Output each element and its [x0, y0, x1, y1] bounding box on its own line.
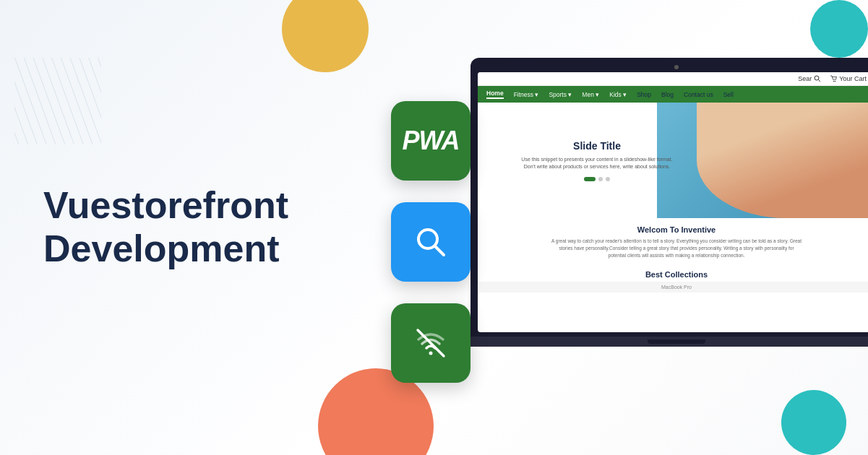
collections-title: Best Collections	[478, 266, 868, 282]
svg-point-6	[815, 76, 819, 80]
pwa-logo-text: PWA	[402, 126, 459, 156]
website-header: Sear Your Cart	[478, 72, 868, 86]
website-cart-text: Your Cart	[839, 75, 867, 82]
wifi-off-icon	[413, 325, 449, 361]
laptop-base-notch	[648, 339, 705, 344]
hero-text-area: Slide Title Use this snippet to presents…	[478, 129, 716, 193]
website-hero: Slide Title Use this snippet to presents…	[478, 103, 868, 218]
deco-lines	[14, 58, 101, 144]
laptop-camera-notch	[478, 65, 868, 69]
search-icon-badge	[391, 202, 470, 282]
nav-item-sell[interactable]: Sell	[723, 91, 734, 98]
welcome-title: Welcom To Inventive	[492, 225, 861, 234]
pwa-icon-badge: PWA	[391, 101, 470, 181]
laptop-mockup: Sear Your Cart	[470, 58, 868, 347]
laptop-base	[450, 337, 869, 347]
svg-point-8	[833, 81, 835, 82]
laptop-camera-dot	[674, 65, 679, 69]
svg-rect-1	[14, 58, 101, 144]
nav-item-men[interactable]: Men ▾	[582, 91, 599, 98]
website-welcome: Welcom To Inventive A great way to catch…	[478, 218, 868, 266]
hero-slide-description: Use this snippet to presents your conten…	[492, 156, 702, 171]
left-hero-section: Vuestorefront Development	[43, 184, 288, 271]
nav-item-fitness[interactable]: Fitness ▾	[514, 91, 539, 98]
svg-line-3	[435, 246, 444, 255]
nav-item-shop[interactable]: Shop	[637, 91, 651, 98]
macbook-label: MacBook Pro	[478, 282, 868, 292]
website-cart-icon	[830, 75, 837, 82]
welcome-description: A great way to catch your reader's atten…	[550, 238, 803, 259]
hero-dot-2	[598, 177, 603, 181]
hero-person-image	[697, 103, 869, 218]
hero-dots-indicator	[492, 177, 702, 181]
nav-item-contact[interactable]: Contact us	[684, 91, 713, 98]
hero-slide-title: Slide Title	[492, 140, 702, 152]
deco-yellow-circle	[282, 0, 369, 72]
nav-item-home[interactable]: Home	[486, 90, 504, 99]
website-search-area: Sear	[798, 75, 821, 82]
page-title: Vuestorefront Development	[43, 184, 288, 271]
website-search-icon	[814, 75, 821, 82]
hero-dot-3	[606, 177, 610, 181]
website-cart-area: Your Cart	[830, 75, 867, 82]
svg-point-4	[429, 352, 433, 355]
nav-item-blog[interactable]: Blog	[661, 91, 674, 98]
nav-item-kids[interactable]: Kids ▾	[609, 91, 627, 98]
svg-line-7	[819, 80, 821, 82]
hero-dot-1	[584, 177, 596, 181]
right-content-area: PWA Sear	[384, 36, 868, 412]
website-search-text: Sear	[798, 75, 812, 82]
wifi-off-icon-badge	[391, 303, 470, 383]
laptop-screen-content: Sear Your Cart	[478, 72, 868, 332]
nav-item-sports[interactable]: Sports ▾	[549, 91, 572, 98]
website-nav[interactable]: Home Fitness ▾ Sports ▾ Men ▾ Kids ▾ Sho…	[478, 86, 868, 103]
svg-point-9	[835, 81, 836, 82]
hero-person-shape	[697, 103, 869, 218]
laptop-screen-frame: Sear Your Cart	[470, 58, 868, 337]
search-icon	[413, 224, 449, 260]
